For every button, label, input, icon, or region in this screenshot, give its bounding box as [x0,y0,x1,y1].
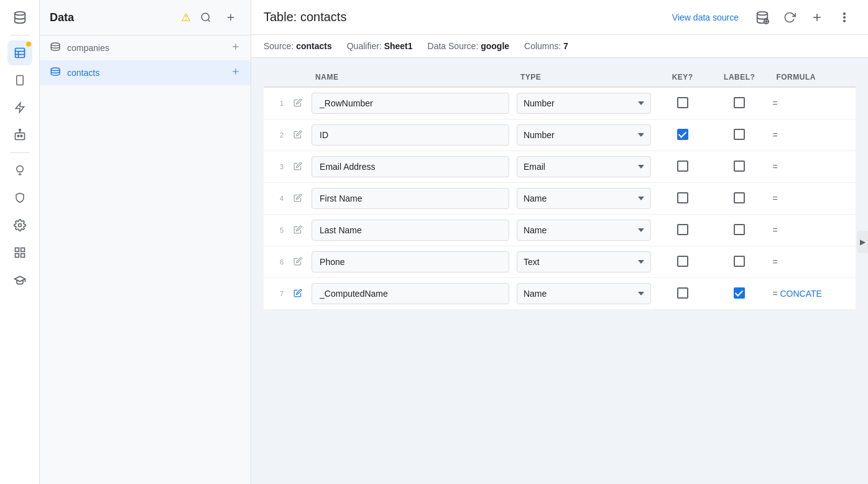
edit-icon[interactable] [287,151,308,183]
nav-icon-data[interactable] [7,5,32,30]
refresh-button[interactable] [778,6,801,29]
key-checkbox[interactable] [677,129,688,140]
add-button[interactable] [806,6,828,29]
formula-cell[interactable]: = [769,183,856,215]
scroll-right-arrow[interactable]: ▶ [857,231,868,253]
formula-cell[interactable]: = [769,88,856,119]
svg-point-10 [21,135,22,137]
svg-point-38 [844,20,846,22]
row-number: 5 [264,215,287,246]
label-cell [710,151,769,183]
name-input[interactable] [312,156,509,177]
key-checkbox[interactable] [677,97,688,108]
nav-icon-bolt[interactable] [7,95,32,120]
formula-cell[interactable]: = [769,246,856,278]
source-label: Source: [264,41,293,51]
nav-icon-bulb[interactable] [7,158,32,183]
nav-icon-gallery[interactable] [7,240,32,265]
key-checkbox[interactable] [677,192,688,203]
table-row: 5NumberTextEmailNamePhoneDate= [264,215,856,246]
table-row: 2NumberTextEmailNamePhoneDate= [264,119,856,151]
formula-cell[interactable]: = [769,215,856,246]
contacts-add-icon[interactable] [231,67,241,79]
nav-icon-settings[interactable] [7,213,32,238]
edit-icon[interactable] [287,278,308,310]
table-row: 3NumberTextEmailNamePhoneDate= [264,151,856,183]
topbar-actions: View data source [665,6,856,29]
edit-icon[interactable] [287,119,308,151]
search-button[interactable] [196,7,216,27]
metabar-qualifier: Qualifier: Sheet1 [347,41,413,51]
key-cell [655,246,710,278]
label-checkbox[interactable] [734,161,745,172]
label-checkbox[interactable] [734,97,745,108]
key-checkbox[interactable] [677,256,688,267]
companies-add-icon[interactable] [231,42,241,54]
label-checkbox[interactable] [734,256,745,267]
name-input[interactable] [312,93,509,114]
name-input[interactable] [312,220,509,241]
key-checkbox[interactable] [677,224,688,235]
name-input[interactable] [312,188,509,209]
topbar-title: Table: contacts [264,10,346,24]
svg-rect-17 [21,248,24,252]
edit-icon[interactable] [287,88,308,119]
key-checkbox[interactable] [677,287,688,299]
nav-divider-1 [10,35,30,35]
companies-label: companies [67,43,224,53]
row-number: 3 [264,151,287,183]
add-table-button[interactable] [221,7,241,27]
metabar: Source: contacts Qualifier: Sheet1 Data … [251,35,868,58]
edit-icon[interactable] [287,215,308,246]
type-cell: NumberTextEmailNamePhoneDate [513,119,655,151]
more-options-button[interactable] [833,6,856,29]
name-cell [308,278,513,310]
name-cell [308,183,513,215]
topbar: Table: contacts View data source [251,0,868,35]
view-data-source-button[interactable]: View data source [665,9,746,26]
label-checkbox[interactable] [734,287,745,299]
edit-icon[interactable] [287,246,308,278]
nav-icon-shield[interactable] [7,185,32,210]
name-cell [308,215,513,246]
label-checkbox[interactable] [734,224,745,235]
name-input[interactable] [312,251,509,272]
key-checkbox[interactable] [677,161,688,172]
svg-point-20 [201,13,209,21]
contacts-label: contacts [67,68,224,78]
nav-icon-mobile[interactable] [7,68,32,93]
data-source-settings-button[interactable] [751,6,773,29]
formula-value: CONCATE [780,289,821,299]
metabar-columns: Columns: 7 [524,41,568,51]
label-checkbox[interactable] [734,192,745,203]
edit-icon[interactable] [287,183,308,215]
formula-cell[interactable]: = [769,119,856,151]
nav-icon-bot[interactable] [7,123,32,147]
type-select[interactable]: NumberTextEmailNamePhoneDate [517,93,651,114]
row-number: 7 [264,278,287,310]
type-select[interactable]: NumberTextEmailNamePhoneDate [517,124,651,146]
type-select[interactable]: NumberTextEmailNamePhoneDate [517,283,651,304]
nav-icon-graduation[interactable] [7,268,32,292]
formula-cell[interactable]: = CONCATE [769,278,856,310]
formula-cell[interactable]: = [769,151,856,183]
columns-label: Columns: [524,41,561,51]
name-input[interactable] [312,124,509,146]
type-select[interactable]: NumberTextEmailNamePhoneDate [517,220,651,241]
type-select[interactable]: NumberTextEmailNamePhoneDate [517,156,651,177]
datasource-value: google [481,41,509,51]
warning-icon: ⚠ [181,11,191,24]
sidebar-item-companies[interactable]: companies [40,35,251,60]
label-checkbox[interactable] [734,129,745,140]
type-select[interactable]: NumberTextEmailNamePhoneDate [517,251,651,272]
name-input[interactable] [312,283,509,304]
sidebar-item-contacts[interactable]: contacts [40,60,251,85]
source-value: contacts [296,41,332,51]
table-row: 1NumberTextEmailNamePhoneDate= [264,88,856,119]
type-cell: NumberTextEmailNamePhoneDate [513,151,655,183]
svg-point-37 [844,16,846,18]
svg-point-24 [51,43,60,46]
type-select[interactable]: NumberTextEmailNamePhoneDate [517,188,651,209]
col-header-key: KEY? [655,68,710,88]
sidebar-title: Data [50,11,74,24]
